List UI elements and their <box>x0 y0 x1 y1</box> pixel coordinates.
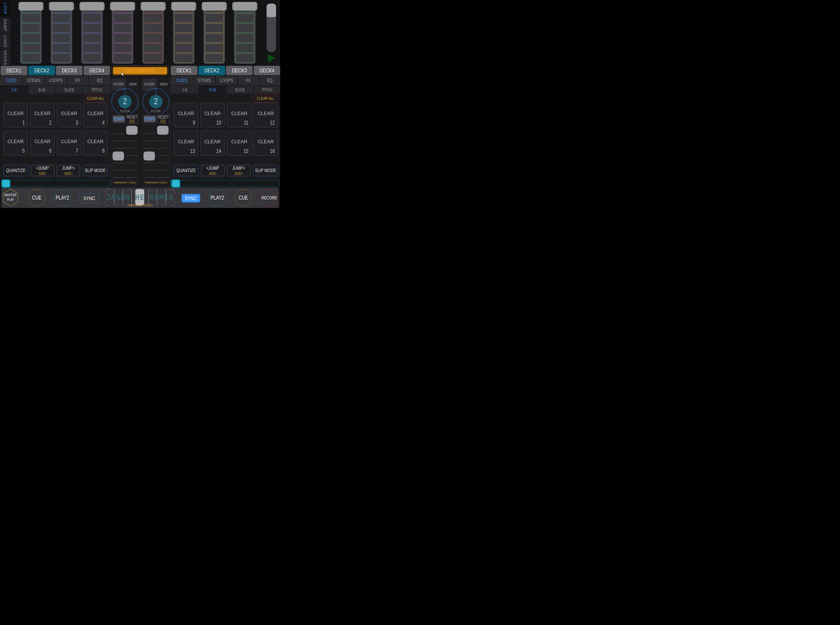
right-slip-mode-button[interactable]: SLIP MODE <box>253 165 278 176</box>
top-pad-cell[interactable] <box>235 13 254 23</box>
left-deck1-button[interactable]: DECK1 <box>0 66 27 75</box>
left-tab-stems[interactable]: STEMS <box>23 76 45 85</box>
top-column-fader-handle[interactable] <box>19 2 44 11</box>
seek-toggle-label-a[interactable]: SEEK <box>129 82 137 86</box>
top-pad-cell[interactable] <box>144 23 162 33</box>
master-volume-fader-handle[interactable] <box>267 3 276 17</box>
left-deck2-button[interactable]: DECK2 <box>28 66 55 75</box>
left-page-9-16[interactable]: 9-16 <box>29 86 55 94</box>
top-pad-cell[interactable] <box>235 53 254 62</box>
right-tab-eq[interactable]: EQ <box>260 76 280 85</box>
right-loop-slider-handle[interactable] <box>171 179 180 188</box>
left-pad-1[interactable]: CLEAR1 <box>3 103 28 127</box>
top-pad-cell[interactable] <box>113 33 132 42</box>
top-pad-cell[interactable] <box>113 23 132 33</box>
top-pad-cell[interactable] <box>22 44 40 53</box>
top-column-fader-handle[interactable] <box>79 2 104 11</box>
top-pad-cell[interactable] <box>144 44 162 53</box>
right-page-pitch[interactable]: PITCH <box>254 86 280 94</box>
top-pad-cell[interactable] <box>235 44 254 53</box>
top-pad-cell[interactable] <box>52 53 71 62</box>
left-deck3-button[interactable]: DECK3 <box>56 66 82 75</box>
top-pad-cell[interactable] <box>174 44 193 53</box>
top-column-fader-handle[interactable] <box>171 2 196 11</box>
slider-handle[interactable] <box>157 126 168 135</box>
right-tab-fx[interactable]: FX <box>238 76 259 85</box>
right-clear-all-button[interactable]: CLEAR ALL <box>254 95 278 102</box>
left-page-slice[interactable]: SLICE <box>56 86 83 94</box>
top-pad-cell[interactable] <box>205 23 224 33</box>
seek-toggle-label-b[interactable]: SEEK <box>160 82 168 86</box>
right-deck3-button[interactable]: DECK3 <box>226 66 253 75</box>
right-pad-12[interactable]: CLEAR12 <box>254 103 278 127</box>
top-pad-cell[interactable] <box>83 23 101 33</box>
top-pad-cell[interactable] <box>22 23 40 33</box>
right-cue-button[interactable]: CUE <box>235 189 252 206</box>
filter-toggle-label-b[interactable]: FILTER <box>145 82 154 86</box>
filter-toggle-label-a[interactable]: FILTER <box>114 82 124 86</box>
top-pad-cell[interactable] <box>52 44 71 53</box>
reset-eq-button-a[interactable]: RESET EQ <box>126 115 138 123</box>
top-pad-cell[interactable] <box>235 33 254 42</box>
reset-eq-button-b[interactable]: RESET EQ <box>157 115 170 123</box>
pitch-slider-a-right[interactable] <box>126 125 138 180</box>
top-pad-cell[interactable] <box>144 13 162 23</box>
top-pad-cell[interactable] <box>52 23 71 33</box>
left-page-pitch[interactable]: PITCH <box>83 86 110 94</box>
right-pad-9[interactable]: CLEAR9 <box>174 103 198 127</box>
left-jump-back-button[interactable]: <JUMPSIZE- <box>31 165 54 176</box>
top-pad-cell[interactable] <box>174 33 193 42</box>
top-pad-cell[interactable] <box>22 13 40 23</box>
top-column-fader-handle[interactable] <box>202 2 227 11</box>
left-jump-fwd-button[interactable]: JUMP>SIZE+ <box>57 165 80 176</box>
left-pad-5[interactable]: CLEAR5 <box>3 131 28 155</box>
right-loop-slider[interactable] <box>171 180 279 187</box>
crossfader[interactable]: JASØN HE REMIX <box>106 190 174 205</box>
left-tab-eq[interactable]: EQ <box>89 76 110 85</box>
top-pad-cell[interactable] <box>144 33 162 42</box>
right-deck4-button[interactable]: DECK4 <box>254 66 280 75</box>
right-tab-loops[interactable]: LOOPS <box>216 76 237 85</box>
right-pad-15[interactable]: CLEAR15 <box>227 131 252 155</box>
top-pad-cell[interactable] <box>52 33 71 42</box>
slider-handle[interactable] <box>126 126 138 135</box>
record-button[interactable]: RECORD <box>261 189 278 206</box>
pitch-slider-b-right[interactable] <box>157 125 169 180</box>
right-quantize-button[interactable]: QUANTIZE <box>174 165 199 176</box>
top-column-fader-handle[interactable] <box>49 2 74 11</box>
top-pad-cell[interactable] <box>205 53 224 62</box>
top-pad-cell[interactable] <box>174 23 193 33</box>
tempo-button-b[interactable]: TEMPO <box>144 116 156 123</box>
right-tab-stems[interactable]: STEMS <box>193 76 215 85</box>
right-pad-13[interactable]: CLEAR13 <box>174 131 198 155</box>
top-pad-cell[interactable] <box>83 13 101 23</box>
left-tab-fx[interactable]: FX <box>67 76 88 85</box>
right-page-9-16[interactable]: 9-16 <box>199 86 226 94</box>
left-loop-slider[interactable] <box>2 180 110 187</box>
slider-handle[interactable] <box>113 151 124 160</box>
right-page-1-8[interactable]: 1-8 <box>171 86 199 94</box>
left-pad-4[interactable]: CLEAR4 <box>83 103 107 127</box>
top-pad-cell[interactable] <box>205 13 224 23</box>
right-page-slice[interactable]: SLICE <box>227 86 254 94</box>
pitch-slider-a-left[interactable] <box>112 125 125 180</box>
left-play2-button[interactable]: PLAY2 <box>54 189 71 206</box>
top-pad-cell[interactable] <box>113 44 132 53</box>
top-pad-cell[interactable] <box>22 33 40 42</box>
left-pad-7[interactable]: CLEAR7 <box>57 131 81 155</box>
right-pad-11[interactable]: CLEAR11 <box>227 103 252 127</box>
left-slip-mode-button[interactable]: SLIP MODE <box>83 165 107 176</box>
pitch-slider-b-left[interactable] <box>143 125 156 180</box>
top-pad-cell[interactable] <box>83 53 101 62</box>
right-pad-10[interactable]: CLEAR10 <box>201 103 224 127</box>
top-pad-cell[interactable] <box>235 23 254 33</box>
right-pad-16[interactable]: CLEAR16 <box>254 131 278 155</box>
left-clear-all-button[interactable]: CLEAR ALL <box>84 95 107 102</box>
top-pad-cell[interactable] <box>83 33 101 42</box>
tempo-button-a[interactable]: TEMPO <box>113 116 124 123</box>
left-tab-loops[interactable]: LOOPS <box>45 76 67 85</box>
right-deck2-button[interactable]: DECK2 <box>198 66 225 75</box>
top-pad-cell[interactable] <box>113 13 132 23</box>
top-pad-cell[interactable] <box>205 33 224 42</box>
left-page-1-8[interactable]: 1-8 <box>0 86 28 94</box>
